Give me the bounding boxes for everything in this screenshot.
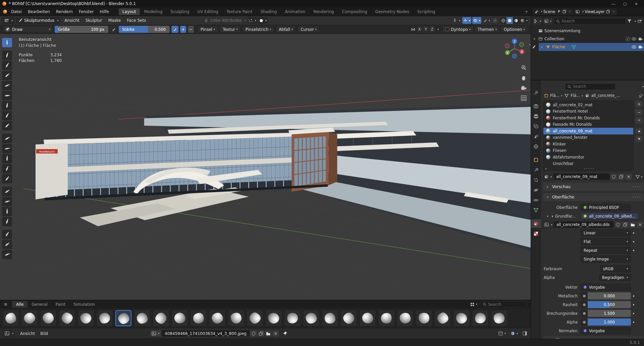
material-slot-fensterfront-hotel[interactable]: Fensterfront Hotel — [543, 108, 633, 115]
brush-thumbnail-9[interactable] — [153, 310, 169, 326]
shelf-tab-general[interactable]: General — [28, 301, 51, 308]
brush-strength-slider[interactable]: Stärke 0.500 — [119, 26, 170, 33]
mirror-axis-x[interactable]: X — [417, 26, 422, 33]
mirror-axis-z[interactable]: Z — [429, 26, 435, 33]
shelf-search-input[interactable] — [480, 301, 527, 307]
tool-snake-hook-button[interactable] — [2, 187, 12, 196]
brush-thumbnail-17[interactable] — [303, 310, 319, 326]
properties-tab-modifiers[interactable] — [531, 166, 541, 174]
value-slider[interactable]: 1.500 — [588, 310, 631, 317]
properties-tab-render[interactable] — [531, 102, 541, 111]
brush-thumbnail-21[interactable] — [378, 310, 394, 326]
tool-pinch-button[interactable] — [2, 154, 12, 163]
brush-thumbnail-1[interactable] — [3, 310, 19, 326]
properties-tab-physics[interactable] — [531, 186, 541, 194]
brush-thumbnail-7[interactable] — [115, 310, 131, 326]
material-browse-dropdown[interactable]: ▾ — [543, 173, 553, 180]
viewlayer-selector[interactable]: ▾ ViewLayer × — [574, 8, 617, 15]
tool-flatten-button[interactable] — [2, 134, 12, 143]
shading-material-button[interactable] — [513, 17, 519, 24]
mirror-axis-y[interactable]: Y — [423, 26, 429, 33]
panel-diffus[interactable]: ▸Diffus∙∙∙∙ — [543, 336, 644, 339]
brush-thumbnail-15[interactable] — [266, 310, 282, 326]
outliner-row-object[interactable]: ▸ Fläche — [531, 43, 644, 51]
workspace-tab-animation[interactable]: Animation — [281, 8, 309, 15]
brush-color-widget[interactable]: ▾ — [258, 17, 268, 24]
open-image-folder-icon[interactable] — [265, 330, 272, 337]
workspace-tab-scripting[interactable]: Scripting — [414, 8, 439, 15]
falloff-dropdown[interactable]: ▾ — [248, 17, 257, 24]
brush-thumbnail-16[interactable] — [284, 310, 301, 326]
value-slider[interactable]: 1.000 — [588, 319, 631, 326]
properties-tab-constraints[interactable] — [531, 196, 541, 205]
workspace-tab-uv-editing[interactable]: UV Editing — [194, 8, 222, 15]
animate-dot[interactable] — [631, 295, 636, 297]
color-attributes-dropdown[interactable]: Color Attributes ▾ — [204, 17, 247, 24]
brush-thumbnail-11[interactable] — [191, 310, 207, 326]
brush-thumbnail-6[interactable] — [97, 310, 113, 326]
dyntopo-popover[interactable]: Dyntopo▾ — [442, 26, 474, 33]
brush-thumbnail-27[interactable] — [491, 310, 507, 326]
image-browse-dropdown[interactable]: ▾ — [150, 330, 161, 337]
tool-scrape-button[interactable] — [2, 144, 12, 153]
image-browse-dropdown[interactable]: ▾ — [543, 221, 554, 228]
shading-solid-button[interactable] — [506, 17, 513, 24]
colorspace-dropdown[interactable]: sRGB▾ — [600, 265, 631, 272]
brush-thumbnail-8[interactable] — [134, 310, 150, 326]
slot-move-down-button[interactable]: ▼ — [635, 135, 643, 142]
material-copy-icon[interactable] — [618, 173, 625, 180]
workspace-tab-compositing[interactable]: Compositing — [338, 8, 371, 15]
strength-pressure-toggle[interactable] — [171, 26, 178, 33]
tool-thumb-button[interactable] — [2, 197, 12, 206]
disable-render-camera-icon[interactable] — [638, 45, 643, 49]
outliner-display-mode[interactable]: ▾ — [533, 18, 542, 24]
properties-tab-output[interactable] — [531, 112, 541, 121]
slot-move-up-button[interactable]: ▲ — [635, 127, 643, 134]
texture-fake-user-icon[interactable] — [614, 221, 622, 228]
material-slot-unsichtbar[interactable]: Unsichtbar — [543, 161, 633, 167]
properties-tab-view-layer[interactable] — [531, 122, 541, 131]
material-slot-klinker[interactable]: Klinker — [543, 141, 633, 148]
imgbar-sidebar-toggle[interactable] — [522, 330, 528, 337]
brush-thumbnail-25[interactable] — [453, 310, 470, 326]
texture-unlink-icon[interactable]: × — [636, 221, 644, 228]
workspace-tab-texture-paint[interactable]: Texture Paint — [223, 8, 256, 15]
animate-dot[interactable] — [631, 313, 636, 314]
shading-wireframe-button[interactable] — [500, 17, 506, 24]
image-name-field[interactable]: 408459466_1741003634_v4_3_800.jpeg — [161, 330, 250, 337]
size-pressure-toggle[interactable] — [110, 26, 117, 33]
menu-datei[interactable]: Datei — [8, 8, 25, 15]
blender-menu-icon[interactable] — [3, 9, 7, 14]
remove-viewlayer-icon[interactable]: × — [611, 9, 616, 14]
shelf-menu-icon[interactable]: ≡ — [3, 302, 8, 307]
properties-tab-particles[interactable] — [531, 176, 541, 184]
menu-fenster[interactable]: Fenster — [76, 8, 97, 15]
tool-smooth-button[interactable] — [2, 121, 12, 130]
options-popover[interactable]: Optionen▾ — [501, 26, 528, 33]
brush-dropdown[interactable]: Draw ▾ — [3, 26, 53, 33]
brush-size-slider[interactable]: Größe 100 px — [55, 26, 108, 33]
brush-thumbnail-22[interactable] — [397, 310, 413, 326]
viewport-3d[interactable]: McDONALD'S Benutzeransicht (1) Fläche | … — [0, 34, 531, 328]
hide-eye-icon[interactable] — [632, 37, 636, 41]
properties-tab-texture[interactable] — [531, 229, 541, 238]
brush-thumbnail-19[interactable] — [341, 310, 357, 326]
decouple-button[interactable] — [581, 292, 588, 299]
workspace-tab-geometry-nodes[interactable]: Geometry Nodes — [372, 8, 413, 15]
menu-bearbeiten[interactable]: Bearbeiten — [25, 8, 53, 15]
outliner-row-collection[interactable]: ▾ Collection ✓ — [531, 35, 644, 43]
viewport-sidebar-toggle[interactable]: ◂ — [529, 43, 531, 46]
overlays-dropdown[interactable]: ▾ — [472, 17, 481, 24]
tool-draw-button[interactable] — [2, 38, 12, 47]
animate-dot[interactable] — [631, 322, 636, 323]
tool-slide-relax-button[interactable] — [2, 230, 12, 239]
interpolation-dropdown[interactable]: Linear▾ — [581, 229, 631, 236]
brush-thumbnail-26[interactable] — [472, 310, 488, 326]
material-fake-user-icon[interactable] — [610, 173, 618, 180]
new-scene-icon[interactable] — [562, 9, 567, 14]
properties-tab-world[interactable] — [531, 142, 541, 151]
decouple-button[interactable] — [581, 319, 588, 326]
base-color-texture-button[interactable]: all_concrete_09_albed... — [581, 213, 638, 220]
image-editor-type-button[interactable]: ▾ — [3, 330, 15, 337]
default-input-dropdown[interactable]: Vorgabe — [581, 284, 631, 291]
